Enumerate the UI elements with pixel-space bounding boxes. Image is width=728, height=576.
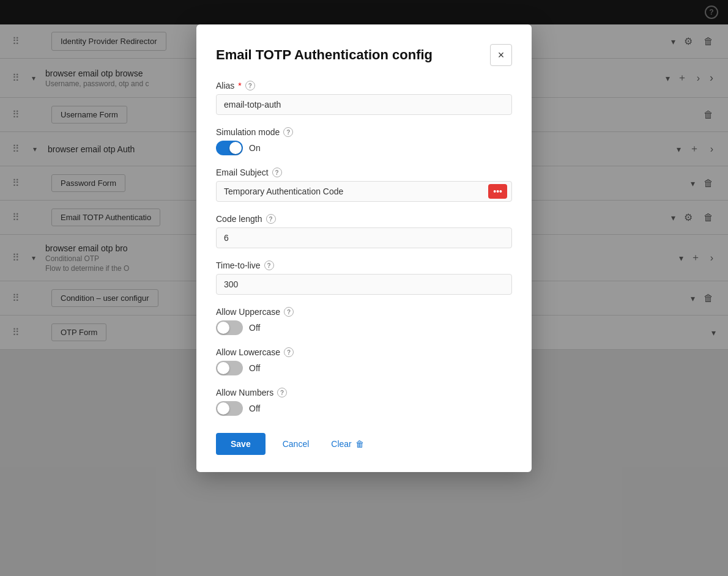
allow-numbers-help-icon[interactable]: ? — [277, 388, 287, 397]
allow-uppercase-group: Allow Uppercase ? Off — [216, 307, 512, 335]
alias-required-star: * — [238, 81, 241, 90]
allow-lowercase-toggle[interactable] — [216, 361, 243, 375]
alias-help-icon[interactable]: ? — [245, 81, 255, 90]
allow-uppercase-toggle[interactable] — [216, 320, 243, 335]
allow-uppercase-help-icon[interactable]: ? — [284, 307, 294, 317]
allow-numbers-label: Allow Numbers ? — [216, 388, 512, 397]
cancel-button[interactable]: Cancel — [273, 433, 319, 455]
code-length-input[interactable] — [216, 227, 512, 248]
modal-footer: Save Cancel Clear 🗑 — [216, 433, 512, 455]
email-subject-help-icon[interactable]: ? — [272, 168, 282, 177]
allow-lowercase-group: Allow Lowercase ? Off — [216, 347, 512, 375]
alias-label: Alias * ? — [216, 81, 512, 90]
clear-button[interactable]: Clear 🗑 — [326, 433, 368, 455]
allow-uppercase-label: Allow Uppercase ? — [216, 307, 512, 317]
email-subject-action-btn[interactable]: ••• — [488, 184, 507, 199]
allow-uppercase-state-label: Off — [249, 323, 260, 333]
time-to-live-input[interactable] — [216, 274, 512, 295]
clear-label: Clear — [331, 439, 351, 449]
save-button[interactable]: Save — [216, 433, 266, 455]
allow-lowercase-help-icon[interactable]: ? — [284, 347, 294, 357]
simulation-mode-group: Simulation mode ? On — [216, 127, 512, 155]
simulation-mode-help-icon[interactable]: ? — [283, 127, 293, 137]
allow-numbers-state-label: Off — [249, 404, 260, 413]
allow-lowercase-state-label: Off — [249, 363, 260, 373]
email-subject-input-wrapper: ••• — [216, 181, 512, 202]
simulation-mode-toggle[interactable] — [216, 141, 243, 155]
close-button[interactable]: × — [490, 44, 512, 66]
email-subject-group: Email Subject ? ••• — [216, 168, 512, 202]
allow-numbers-group: Allow Numbers ? Off — [216, 388, 512, 416]
allow-lowercase-label: Allow Lowercase ? — [216, 347, 512, 357]
allow-uppercase-toggle-row: Off — [216, 320, 512, 335]
time-to-live-group: Time-to-live ? — [216, 260, 512, 295]
email-subject-label: Email Subject ? — [216, 168, 512, 177]
time-to-live-help-icon[interactable]: ? — [264, 260, 274, 270]
simulation-mode-label: Simulation mode ? — [216, 127, 512, 137]
code-length-label: Code length ? — [216, 214, 512, 224]
modal-overlay: Email TOTP Authentication config × Alias… — [0, 0, 728, 576]
alias-field-group: Alias * ? — [216, 81, 512, 115]
code-length-help-icon[interactable]: ? — [266, 214, 276, 224]
modal-dialog: Email TOTP Authentication config × Alias… — [196, 24, 532, 472]
allow-numbers-toggle-row: Off — [216, 401, 512, 416]
simulation-mode-state-label: On — [249, 143, 261, 153]
email-subject-input[interactable] — [216, 181, 512, 202]
trash-icon: 🗑 — [355, 439, 364, 449]
simulation-mode-toggle-row: On — [216, 141, 512, 155]
alias-input[interactable] — [216, 94, 512, 115]
allow-numbers-toggle[interactable] — [216, 401, 243, 416]
modal-header: Email TOTP Authentication config × — [216, 44, 512, 66]
time-to-live-label: Time-to-live ? — [216, 260, 512, 270]
modal-title: Email TOTP Authentication config — [216, 47, 433, 63]
code-length-group: Code length ? — [216, 214, 512, 248]
allow-lowercase-toggle-row: Off — [216, 361, 512, 375]
